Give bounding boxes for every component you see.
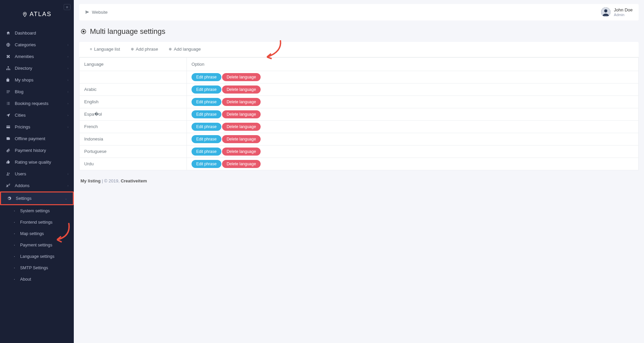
chevron-right-icon: › (67, 114, 68, 117)
user-menu[interactable]: John Doe Admin (601, 7, 633, 17)
delete-language-button[interactable]: Delete language (222, 110, 261, 118)
nav-label: Rating wise quality (15, 160, 51, 165)
nav-amenities[interactable]: Amenities› (0, 51, 74, 62)
edit-phrase-button[interactable]: Edit phrase (192, 135, 221, 143)
bullet-icon: • (14, 244, 17, 246)
subnav-label: Map settings (20, 231, 44, 236)
edit-phrase-button[interactable]: Edit phrase (192, 160, 221, 168)
edit-phrase-button[interactable]: Edit phrase (192, 123, 221, 131)
nav-my-shops[interactable]: My shops› (0, 74, 74, 86)
user-info: John Doe Admin (614, 7, 633, 17)
svg-rect-2 (7, 66, 8, 67)
subnav-system-settings[interactable]: •System settings (0, 205, 74, 217)
wallet-icon (5, 136, 11, 141)
nav-label: Payment history (15, 148, 46, 153)
nav-dashboard[interactable]: Dashboard (0, 27, 74, 39)
website-link[interactable]: Website (85, 10, 108, 15)
user-role: Admin (614, 13, 633, 17)
edit-phrase-button[interactable]: Edit phrase (192, 98, 221, 106)
svg-rect-3 (6, 69, 7, 70)
subnav-label: About (20, 277, 31, 282)
nav-blog[interactable]: Blog› (0, 86, 74, 98)
subnav-label: SMTP Settings (20, 266, 48, 270)
nav-pricings[interactable]: Pricings› (0, 121, 74, 133)
subnav-label: Payment settings (20, 243, 52, 247)
delete-language-button[interactable]: Delete language (222, 73, 261, 81)
edit-phrase-button[interactable]: Edit phrase (192, 110, 221, 118)
card-icon (5, 125, 11, 129)
nav-offline-payment[interactable]: Offline payment (0, 133, 74, 145)
nav-rating-wise-quality[interactable]: Rating wise quality (0, 156, 74, 168)
subnav-label: System settings (20, 209, 50, 213)
delete-language-button[interactable]: Delete language (222, 135, 261, 143)
brand[interactable]: ATLAS (0, 0, 74, 24)
delete-language-button[interactable]: Delete language (222, 123, 261, 131)
chevron-right-icon: › (67, 184, 68, 187)
tab-label: Add phrase (136, 47, 158, 52)
delete-language-button[interactable]: Delete language (222, 160, 261, 168)
nav-label: Amenities (15, 54, 34, 59)
svg-point-13 (604, 9, 607, 12)
bullet-icon: • (14, 221, 17, 223)
list-icon (5, 101, 11, 106)
gear-icon (6, 196, 12, 201)
tab-label: Language list (94, 47, 120, 52)
nav-categories[interactable]: Categories› (0, 39, 74, 51)
language-name: Espa�ol (79, 108, 187, 120)
nav-booking-requests[interactable]: Booking requests› (0, 98, 74, 109)
footer-credit[interactable]: Creativeitem (121, 178, 147, 183)
nav-payment-history[interactable]: Payment history (0, 145, 74, 156)
table-row: UrduEdit phraseDelete language (79, 158, 639, 170)
nav-addons[interactable]: x2Addons› (0, 180, 74, 191)
nav-settings[interactable]: Settings⌄ (1, 192, 73, 204)
edit-phrase-button[interactable]: Edit phrase (192, 85, 221, 94)
location-icon (5, 113, 11, 117)
svg-point-11 (8, 173, 9, 174)
tab-add-language[interactable]: ⊕Add language (163, 42, 206, 57)
home-icon (5, 31, 11, 35)
subnav-label: Frontend settings (20, 220, 53, 225)
tab-language-list[interactable]: ≡Language list (85, 42, 125, 57)
nav-label: Booking requests (15, 101, 48, 106)
col-header-language: Language (79, 57, 187, 71)
svg-point-15 (83, 31, 85, 33)
thumb-icon (5, 160, 11, 164)
sidebar: ≡ ATLAS DashboardCategories›Amenities›Di… (0, 0, 74, 343)
subnav-smtp-settings[interactable]: •SMTP Settings (0, 262, 74, 274)
brand-pin-icon (22, 12, 28, 17)
nav-directory[interactable]: Directory› (0, 62, 74, 74)
annotation-arrow-2 (54, 221, 74, 245)
tab-list: ≡Language list⊕Add phrase⊕Add language (79, 42, 639, 57)
nav-list: DashboardCategories›Amenities›Directory›… (0, 24, 74, 285)
delete-language-button[interactable]: Delete language (222, 148, 261, 156)
brand-text: ATLAS (30, 11, 52, 18)
edit-phrase-button[interactable]: Edit phrase (192, 73, 221, 81)
bullet-icon: • (14, 233, 17, 235)
footer-brand: My listing (80, 178, 101, 183)
list-icon: ≡ (90, 47, 92, 51)
page-title-text: Multi language settings (90, 27, 165, 36)
clip-icon (5, 148, 11, 153)
delete-language-button[interactable]: Delete language (222, 98, 261, 106)
nav-label: Directory (15, 66, 32, 71)
nav-label: Pricings (15, 124, 30, 129)
chevron-right-icon: › (67, 55, 68, 58)
delete-language-button[interactable]: Delete language (222, 85, 261, 94)
avatar (601, 7, 610, 17)
svg-point-10 (7, 173, 8, 174)
subnav-about[interactable]: •About (0, 274, 74, 285)
puzzle-icon (5, 54, 11, 59)
bag-icon (5, 78, 11, 82)
target-icon (80, 28, 87, 35)
edit-phrase-button[interactable]: Edit phrase (192, 148, 221, 156)
sidebar-toggle-icon[interactable]: ≡ (64, 4, 70, 10)
language-name: Indonesia (79, 133, 187, 145)
sitemap-icon (5, 66, 11, 70)
tab-add-phrase[interactable]: ⊕Add phrase (125, 42, 164, 57)
subnav-language-settings[interactable]: •Language settings (0, 251, 74, 262)
nav-users[interactable]: Users› (0, 168, 74, 180)
nav-cities[interactable]: Cities› (0, 109, 74, 121)
nav-label: Users (15, 171, 26, 176)
nav-label: Offline payment (15, 136, 45, 141)
chevron-right-icon: › (67, 90, 68, 94)
